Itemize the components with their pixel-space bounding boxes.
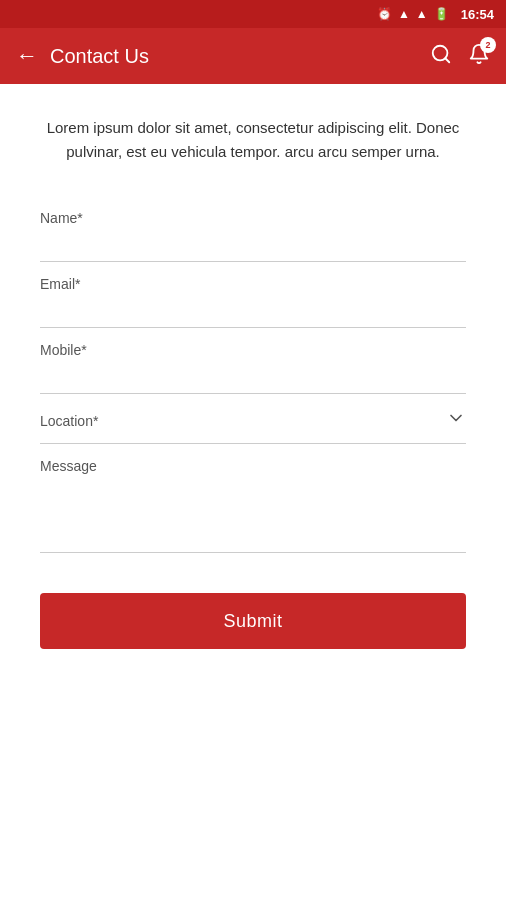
battery-icon: 🔋 (434, 7, 449, 21)
status-icons: ⏰ ▲ ▲ 🔋 16:54 (377, 7, 494, 22)
message-field-group: Message (40, 444, 466, 553)
status-bar: ⏰ ▲ ▲ 🔋 16:54 (0, 0, 506, 28)
svg-line-1 (445, 58, 449, 62)
mobile-input[interactable] (40, 362, 466, 383)
page-title: Contact Us (50, 45, 430, 68)
wifi-icon: ▲ (398, 7, 410, 21)
mobile-field-group: Mobile* (40, 328, 466, 394)
location-field-group[interactable]: Location* (40, 394, 466, 444)
message-label: Message (40, 458, 466, 474)
message-input[interactable] (40, 478, 466, 538)
chevron-down-icon (446, 408, 466, 433)
signal-icon: ▲ (416, 7, 428, 21)
notification-badge: 2 (480, 37, 496, 53)
name-field-group: Name* (40, 196, 466, 262)
app-bar: ← Contact Us 2 (0, 28, 506, 84)
app-bar-actions: 2 (430, 43, 490, 70)
search-button[interactable] (430, 43, 452, 70)
back-button[interactable]: ← (16, 43, 38, 69)
notification-button[interactable]: 2 (468, 43, 490, 70)
status-time: 16:54 (461, 7, 494, 22)
alarm-icon: ⏰ (377, 7, 392, 21)
mobile-label: Mobile* (40, 342, 466, 358)
name-input[interactable] (40, 230, 466, 251)
email-input[interactable] (40, 296, 466, 317)
email-label: Email* (40, 276, 466, 292)
location-label: Location* (40, 413, 98, 429)
contact-form: Name* Email* Mobile* Location* (40, 196, 466, 649)
submit-button[interactable]: Submit (40, 593, 466, 649)
location-select-row[interactable]: Location* (40, 408, 466, 433)
name-label: Name* (40, 210, 466, 226)
email-field-group: Email* (40, 262, 466, 328)
description-text: Lorem ipsum dolor sit amet, consectetur … (40, 116, 466, 164)
main-content: Lorem ipsum dolor sit amet, consectetur … (0, 84, 506, 689)
